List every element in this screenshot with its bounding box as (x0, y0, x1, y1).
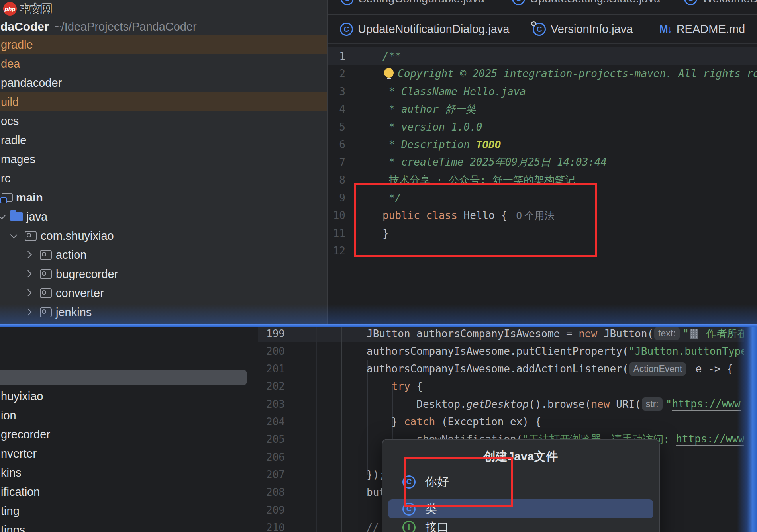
bottom-tree-item-label: grecorder (1, 428, 50, 441)
tree-item-java[interactable]: java (0, 207, 328, 226)
bottom-tree-item-label: ification (1, 485, 40, 499)
class-icon: C (340, 23, 353, 36)
package-icon (40, 269, 52, 279)
markdown-icon: M↓ (659, 23, 672, 35)
tab-label: SettingConfigurable.java (359, 0, 484, 5)
line-number: 207 (258, 465, 285, 483)
code-segment: TODO (476, 139, 501, 151)
tree-item-converter[interactable]: converter (0, 284, 328, 303)
tree-item-label: mages (1, 153, 35, 166)
code-line[interactable]: Desktop.getDesktop().browse(new URI(str:… (367, 395, 741, 413)
code-line[interactable]: * ClassName Hello.java (382, 82, 526, 100)
line-number: 206 (258, 448, 285, 466)
chevron-down-icon[interactable] (0, 212, 6, 219)
selected-row-highlight[interactable] (0, 370, 247, 385)
code-line[interactable]: JButton authorsCompanyIsAwesome = new JB… (367, 327, 744, 342)
screenshot-blue-edge (737, 327, 757, 532)
bottom-tree-item-ification[interactable]: ification (1, 482, 256, 501)
line-number: 210 (258, 518, 285, 532)
gutter-separator (341, 327, 342, 532)
tab-settingconfigurable-java[interactable]: CSettingConfigurable.java (341, 0, 484, 14)
tab-readme-md[interactable]: M↓README.md (659, 15, 745, 43)
code-segment: " (666, 398, 672, 410)
popup-item-接口[interactable]: I接口 (388, 518, 653, 532)
tree-item-dea[interactable]: dea (0, 54, 328, 73)
class-icon: C (512, 0, 525, 5)
bottom-tree-item-tings[interactable]: tings (1, 520, 256, 532)
bottom-tree-item-huyixiao[interactable]: huyixiao (1, 387, 256, 406)
code-line[interactable]: * author 舒一笑 (382, 100, 476, 118)
module-icon (2, 193, 13, 202)
tree-item-label: bugrecorder (56, 268, 118, 281)
tab-label: VersionInfo.java (551, 23, 633, 36)
tab-label: UpdateSettingsState.java (530, 0, 660, 5)
line-number: 2 (328, 65, 345, 83)
line-number: 3 (328, 82, 345, 100)
bottom-tree-item-label: huyixiao (1, 390, 43, 403)
tab-versioninfo-java[interactable]: CVersionInfo.java (533, 15, 633, 43)
watermark-text: 中文网 (20, 2, 52, 16)
code-segment: * author 舒一笑 (382, 102, 476, 116)
tree-item-mages[interactable]: mages (0, 150, 328, 169)
code-segment: authorsCompanyIsAwesome.putClientPropert… (367, 345, 628, 357)
bottom-tree-item-kins[interactable]: kins (1, 463, 256, 482)
bottom-tree-item-ion[interactable]: ion (1, 406, 256, 425)
line-number: 1 (328, 47, 345, 65)
code-segment: /** (382, 50, 401, 62)
building-icon (690, 329, 698, 339)
tree-item-rc[interactable]: rc (0, 169, 328, 188)
chevron-right-icon[interactable] (24, 251, 31, 258)
code-line[interactable]: * version 1.0.0 (382, 118, 482, 136)
tree-item-pandacoder[interactable]: pandacoder (0, 73, 328, 92)
tab-updatenotificationdialog-java[interactable]: CUpdateNotificationDialog.java (340, 15, 509, 43)
line-number: 201 (258, 360, 285, 378)
site-watermark: php 中文网 (3, 2, 52, 16)
tree-item-label: dea (1, 57, 20, 70)
chevron-right-icon[interactable] (24, 270, 31, 277)
annotation-highlight-box (354, 183, 597, 257)
code-segment: authorsCompanyIsAwesome.addActionListene… (367, 363, 628, 375)
code-line[interactable]: /** (382, 47, 401, 65)
tree-item-action[interactable]: action (0, 245, 328, 264)
code-line[interactable]: try { (367, 377, 423, 395)
tree-item-ocs[interactable]: ocs (0, 111, 328, 131)
code-segment: new (591, 398, 616, 410)
code-segment (367, 380, 392, 392)
code-segment: { (416, 380, 423, 392)
bottom-tree-item-ting[interactable]: ting (1, 501, 256, 520)
chevron-right-icon[interactable] (24, 289, 31, 296)
tree-item-radle[interactable]: radle (0, 131, 328, 150)
code-segment: catch (404, 416, 441, 428)
code-line[interactable]: * createTime 2025年09月25日 14:03:44 (382, 153, 607, 171)
code-segment: "JButton.buttonType" (628, 345, 744, 357)
chevron-down-icon[interactable] (10, 231, 17, 238)
intention-bulb-icon[interactable] (384, 68, 394, 78)
code-line[interactable]: } catch (Exception ex) { (367, 413, 541, 431)
code-line[interactable]: authorsCompanyIsAwesome.putClientPropert… (367, 342, 744, 360)
class-icon: C (533, 23, 546, 36)
tree-item-com.shuyixiao[interactable]: com.shuyixiao (0, 226, 328, 245)
folder-java-icon (10, 212, 23, 221)
bottom-tree-item-label: ting (1, 505, 20, 518)
tree-item-label: gradle (1, 38, 33, 51)
gutter-separator (316, 327, 317, 532)
code-line[interactable]: * Description TODO (382, 136, 501, 154)
tree-item-bugrecorder[interactable]: bugrecorder (0, 264, 328, 284)
tree-item-uild[interactable]: uild (0, 92, 328, 111)
line-number: 8 (328, 171, 345, 189)
tab-welcomedia[interactable]: CWelcomeDia (684, 0, 757, 14)
code-line[interactable]: Copyright © 2025 integration-projects-ma… (382, 65, 757, 83)
package-icon (40, 250, 52, 260)
tree-item-label: uild (1, 96, 19, 109)
line-number: 202 (258, 377, 285, 395)
code-line[interactable]: authorsCompanyIsAwesome.addActionListene… (367, 360, 733, 378)
tab-updatesettingsstate-java[interactable]: CUpdateSettingsState.java (512, 0, 660, 14)
project-header[interactable]: daCoder ~/IdeaProjects/PandaCoder (0, 18, 328, 35)
bottom-tree-item-label: ion (1, 409, 16, 422)
tree-item-gradle[interactable]: gradle (0, 35, 328, 54)
class-icon: C (684, 0, 697, 5)
bottom-tree-item-grecorder[interactable]: grecorder (1, 425, 256, 444)
bottom-tree-item-nverter[interactable]: nverter (1, 444, 256, 463)
tree-item-main[interactable]: main (0, 188, 328, 207)
code-segment: Desktop. (367, 398, 466, 410)
